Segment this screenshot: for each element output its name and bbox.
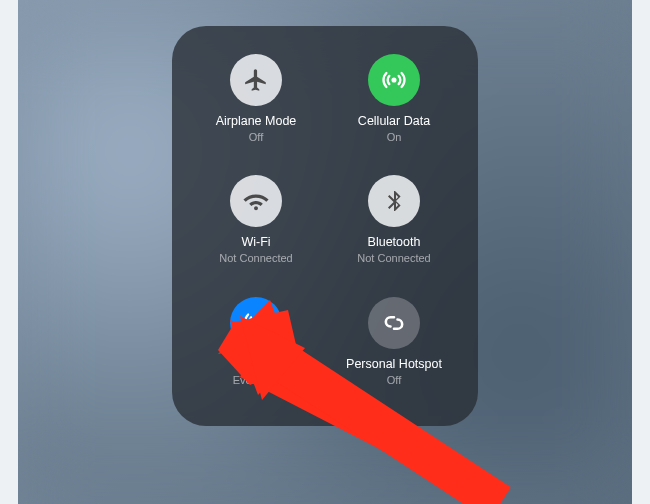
cellular-data-toggle[interactable]: Cellular Data On <box>330 54 458 161</box>
wifi-toggle-circle <box>230 175 282 227</box>
airplane-toggle-circle <box>230 54 282 106</box>
bluetooth-label: Bluetooth <box>368 235 421 250</box>
airdrop-status: Everyone <box>233 373 279 387</box>
airplane-label: Airplane Mode <box>216 114 297 129</box>
cellular-label: Cellular Data <box>358 114 430 129</box>
airplane-status: Off <box>249 130 263 144</box>
cellular-toggle-circle <box>368 54 420 106</box>
hotspot-status: Off <box>387 373 401 387</box>
cellular-icon <box>380 66 408 94</box>
airdrop-toggle[interactable]: AirDrop Everyone <box>192 297 320 404</box>
airplane-mode-toggle[interactable]: Airplane Mode Off <box>192 54 320 161</box>
airplane-icon <box>243 67 269 93</box>
bluetooth-toggle-circle <box>368 175 420 227</box>
hotspot-icon <box>380 309 408 337</box>
airdrop-label: AirDrop <box>235 357 277 372</box>
cellular-status: On <box>387 130 402 144</box>
hotspot-label: Personal Hotspot <box>346 357 442 372</box>
connectivity-panel: Airplane Mode Off Cellular Data On <box>172 26 478 426</box>
wifi-label: Wi-Fi <box>241 235 270 250</box>
bluetooth-toggle[interactable]: Bluetooth Not Connected <box>330 175 458 282</box>
airdrop-toggle-circle <box>230 297 282 349</box>
bluetooth-status: Not Connected <box>357 251 430 265</box>
left-white-edge <box>0 0 18 504</box>
hotspot-toggle-circle <box>368 297 420 349</box>
wifi-toggle[interactable]: Wi-Fi Not Connected <box>192 175 320 282</box>
airdrop-icon <box>242 309 270 337</box>
personal-hotspot-toggle[interactable]: Personal Hotspot Off <box>330 297 458 404</box>
svg-point-0 <box>391 77 396 82</box>
wifi-status: Not Connected <box>219 251 292 265</box>
bluetooth-icon <box>382 189 406 213</box>
wifi-icon <box>243 188 269 214</box>
svg-point-1 <box>253 319 258 324</box>
right-white-edge <box>632 0 650 504</box>
